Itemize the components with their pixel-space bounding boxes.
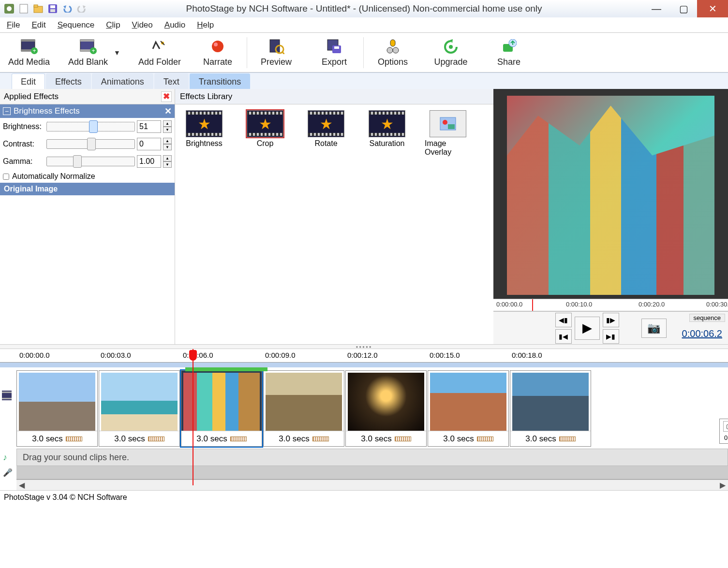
clip-2[interactable]: ▢0.5 3.0 secs (99, 370, 180, 447)
preview-time[interactable]: 0:00:06.2 (682, 328, 722, 339)
gamma-value[interactable]: 1.00 (137, 155, 161, 168)
svg-rect-35 (448, 124, 455, 129)
brightness-slider[interactable] (46, 122, 135, 131)
redo-icon[interactable] (75, 2, 88, 15)
library-item-rotate[interactable]: ★Rotate (303, 110, 349, 157)
scroll-left-icon[interactable]: ◀ (16, 481, 27, 490)
sound-track[interactable]: Drag your sound clips here. (16, 449, 728, 466)
add-media-button[interactable]: + Add Media (0, 33, 58, 73)
tab-transitions[interactable]: Transitions (190, 73, 250, 89)
applied-effects-panel: Applied Effects ✖ − Brightness Effects ✕… (0, 89, 175, 344)
contrast-spinner[interactable]: ▲▼ (163, 138, 172, 150)
go-end-button[interactable]: ▶▮ (603, 329, 619, 344)
upgrade-button[interactable]: Upgrade (422, 33, 480, 73)
gamma-spinner[interactable]: ▲▼ (163, 155, 172, 168)
duration-slider[interactable] (230, 437, 247, 441)
tab-animations[interactable]: Animations (92, 73, 153, 89)
auto-normalize-label: Automatically Normalize (12, 172, 95, 181)
export-button[interactable]: Export (305, 33, 363, 73)
timeline-ruler[interactable]: 0:00:00.0 0:00:03.0 0:00:06.0 0:00:09.0 … (0, 349, 728, 363)
library-item-image-overlay[interactable]: Image Overlay (425, 110, 471, 157)
clip-7[interactable]: 3.0 secs (510, 370, 591, 447)
export-label: Export (322, 57, 347, 67)
auto-normalize-row[interactable]: Automatically Normalize (0, 170, 175, 183)
options-button[interactable]: Options (364, 33, 422, 73)
clip-6[interactable]: ▢0.5 3.0 secs (428, 370, 509, 447)
library-item-saturation[interactable]: ★Saturation (364, 110, 410, 157)
clip-1[interactable]: ▢0.5 3.0 secs (16, 370, 98, 447)
brightness-label: Brightness: (3, 122, 45, 131)
selected-strip (185, 367, 267, 371)
minimize-button[interactable]: — (643, 0, 670, 17)
menu-sequence[interactable]: Sequence (58, 20, 95, 30)
timeline-playhead-line[interactable] (193, 349, 193, 485)
save-icon[interactable] (46, 2, 59, 15)
clip-5[interactable]: ▢0.5 3.0 secs (345, 370, 427, 447)
preview-ruler[interactable]: 0:00:00.0 0:00:10.0 0:00:20.0 0:00:30.0 (493, 299, 728, 311)
clip-thumbnail (348, 373, 424, 431)
brightness-effect-header[interactable]: − Brightness Effects ✕ (0, 104, 175, 118)
collapse-icon[interactable]: − (3, 107, 11, 115)
duration-slider[interactable] (559, 437, 576, 441)
menu-video[interactable]: Video (132, 20, 153, 30)
add-blank-button[interactable]: + Add Blank ▼ (58, 33, 131, 73)
mic-track-icon[interactable]: 🎤 (3, 468, 13, 477)
contrast-slider[interactable] (46, 139, 135, 149)
svg-rect-9 (21, 40, 35, 42)
svg-rect-38 (2, 398, 12, 399)
snapshot-button[interactable]: 📷 (641, 319, 667, 338)
menu-help[interactable]: Help (197, 20, 214, 30)
narration-track[interactable] (16, 466, 728, 480)
new-icon[interactable] (17, 2, 30, 15)
menu-edit[interactable]: Edit (31, 20, 45, 30)
brightness-value[interactable]: 51 (137, 120, 161, 133)
original-image-header[interactable]: Original Image (0, 183, 175, 195)
video-track-icon[interactable] (2, 391, 13, 401)
play-button[interactable]: ▶ (575, 317, 600, 340)
duration-slider[interactable] (477, 437, 493, 441)
next-frame-button[interactable]: ▮▶ (603, 313, 619, 327)
menu-audio[interactable]: Audio (164, 20, 185, 30)
music-track-icon[interactable]: ♪ (3, 452, 7, 463)
duration-slider[interactable] (312, 437, 329, 441)
go-start-button[interactable]: ▮◀ (555, 329, 572, 344)
remove-effect-icon[interactable]: ✕ (164, 106, 172, 117)
main-toolbar: + Add Media + Add Blank ▼ Add Folder Nar… (0, 33, 728, 73)
brightness-spinner[interactable]: ▲▼ (163, 120, 172, 133)
library-item-brightness[interactable]: ★Brightness (181, 110, 227, 157)
duration-slider[interactable] (148, 437, 164, 441)
menu-file[interactable]: File (7, 20, 20, 30)
contrast-value[interactable]: 0 (137, 138, 161, 150)
add-folder-button[interactable]: Add Folder (131, 33, 189, 73)
narrate-button[interactable]: Narrate (189, 33, 247, 73)
open-icon[interactable] (32, 2, 45, 15)
delete-effect-icon[interactable]: ✖ (161, 91, 172, 102)
transition-badge[interactable]: ▢0.5 (719, 419, 728, 444)
auto-normalize-checkbox[interactable] (3, 174, 9, 180)
timeline: ▢0.5 3.0 secs ▢0.5 3.0 secs ▢0.5 3.0 sec… (0, 367, 728, 447)
menu-clip[interactable]: Clip (106, 20, 120, 30)
preview-playhead[interactable] (532, 299, 533, 311)
duration-slider[interactable] (395, 437, 411, 441)
dropdown-caret-icon[interactable]: ▼ (114, 49, 120, 57)
close-button[interactable]: ✕ (697, 0, 728, 17)
gamma-slider[interactable] (46, 157, 135, 166)
preview-button[interactable]: Preview (247, 33, 305, 73)
sequence-label[interactable]: sequence (689, 314, 725, 322)
upgrade-icon (441, 38, 461, 55)
undo-icon[interactable] (61, 2, 74, 15)
add-folder-icon (150, 38, 169, 55)
share-button[interactable]: Share (480, 33, 538, 73)
duration-slider[interactable] (66, 437, 82, 441)
library-item-crop[interactable]: ★Crop (242, 110, 288, 157)
tab-effects[interactable]: Effects (46, 73, 91, 89)
splitter-handle[interactable]: ●●●●● (0, 344, 728, 349)
maximize-button[interactable]: ▢ (670, 0, 697, 17)
prev-frame-button[interactable]: ◀▮ (555, 313, 572, 327)
tab-text[interactable]: Text (154, 73, 189, 89)
tab-edit[interactable]: Edit (12, 73, 45, 89)
timeline-scrollbar[interactable]: ◀ ▶ (16, 480, 728, 490)
scroll-right-icon[interactable]: ▶ (717, 481, 728, 490)
status-text: PhotoStage v 3.04 © NCH Software (4, 493, 127, 502)
clip-4[interactable]: ▢0.5 3.0 secs (263, 370, 344, 447)
